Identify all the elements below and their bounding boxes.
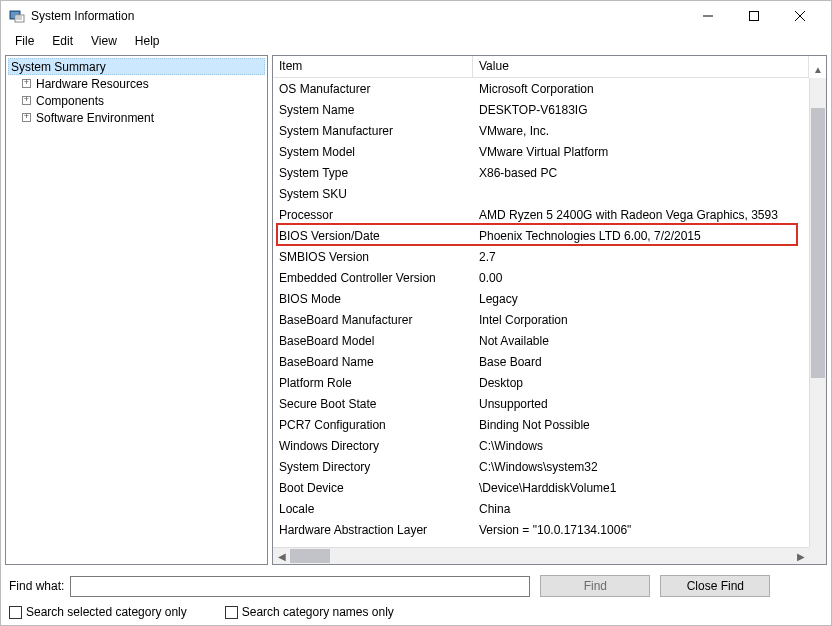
- list-row[interactable]: Windows DirectoryC:\Windows: [273, 435, 809, 456]
- cell-item: BaseBoard Manufacturer: [273, 311, 473, 329]
- column-header-item[interactable]: Item: [273, 56, 473, 77]
- list-row[interactable]: System NameDESKTOP-V6183IG: [273, 99, 809, 120]
- horizontal-scrollbar-thumb[interactable]: [290, 549, 330, 563]
- cell-value: Intel Corporation: [473, 311, 809, 329]
- find-input[interactable]: [70, 576, 530, 597]
- cell-value: 2.7: [473, 248, 809, 266]
- scroll-left-arrow[interactable]: ◀: [273, 548, 290, 565]
- cell-value: VMware Virtual Platform: [473, 143, 809, 161]
- tree-item-software-environment[interactable]: Software Environment: [8, 109, 265, 126]
- horizontal-scrollbar[interactable]: ◀ ▶: [273, 547, 809, 564]
- column-header-value[interactable]: Value: [473, 56, 809, 77]
- cell-value: Version = "10.0.17134.1006": [473, 521, 809, 539]
- list-body: OS ManufacturerMicrosoft CorporationSyst…: [273, 78, 826, 540]
- list-row[interactable]: Embedded Controller Version0.00: [273, 267, 809, 288]
- svg-rect-6: [750, 12, 759, 21]
- list-row[interactable]: System SKU: [273, 183, 809, 204]
- list-row[interactable]: Boot Device\Device\HarddiskVolume1: [273, 477, 809, 498]
- maximize-button[interactable]: [731, 1, 777, 31]
- scroll-up-arrow[interactable]: ▲: [810, 61, 826, 78]
- list-row[interactable]: BaseBoard ManufacturerIntel Corporation: [273, 309, 809, 330]
- cell-item: BIOS Version/Date: [273, 227, 473, 245]
- checkbox-icon: [9, 606, 22, 619]
- window-title: System Information: [31, 9, 685, 23]
- list-row[interactable]: BaseBoard NameBase Board: [273, 351, 809, 372]
- cell-item: BaseBoard Model: [273, 332, 473, 350]
- cell-value: Phoenix Technologies LTD 6.00, 7/2/2015: [473, 227, 809, 245]
- hscroll-track[interactable]: [290, 548, 792, 564]
- tree-item-system-summary[interactable]: System Summary: [8, 58, 265, 75]
- cell-item: Hardware Abstraction Layer: [273, 521, 473, 539]
- cell-item: System SKU: [273, 185, 473, 203]
- content-area: System Summary Hardware Resources Compon…: [1, 51, 831, 569]
- cell-value: Binding Not Possible: [473, 416, 809, 434]
- cell-value: AMD Ryzen 5 2400G with Radeon Vega Graph…: [473, 206, 809, 224]
- menu-file[interactable]: File: [7, 32, 42, 50]
- list-row[interactable]: Platform RoleDesktop: [273, 372, 809, 393]
- close-find-button[interactable]: Close Find: [660, 575, 770, 597]
- cell-item: OS Manufacturer: [273, 80, 473, 98]
- cell-value: Base Board: [473, 353, 809, 371]
- cell-item: BIOS Mode: [273, 290, 473, 308]
- list-row[interactable]: BIOS Version/DatePhoenix Technologies LT…: [273, 225, 809, 246]
- category-tree[interactable]: System Summary Hardware Resources Compon…: [5, 55, 268, 565]
- expand-icon[interactable]: [22, 113, 31, 122]
- tree-item-label: Hardware Resources: [36, 77, 149, 91]
- cell-item: Platform Role: [273, 374, 473, 392]
- menu-edit[interactable]: Edit: [44, 32, 81, 50]
- details-list[interactable]: Item Value OS ManufacturerMicrosoft Corp…: [273, 56, 826, 564]
- cell-value: 0.00: [473, 269, 809, 287]
- find-button[interactable]: Find: [540, 575, 650, 597]
- cell-item: Windows Directory: [273, 437, 473, 455]
- list-row[interactable]: ProcessorAMD Ryzen 5 2400G with Radeon V…: [273, 204, 809, 225]
- list-row[interactable]: Secure Boot StateUnsupported: [273, 393, 809, 414]
- list-row[interactable]: BIOS ModeLegacy: [273, 288, 809, 309]
- checkbox-label: Search selected category only: [26, 605, 187, 619]
- details-panel: Item Value OS ManufacturerMicrosoft Corp…: [272, 55, 827, 565]
- cell-item: PCR7 Configuration: [273, 416, 473, 434]
- checkbox-category-names[interactable]: Search category names only: [225, 605, 394, 619]
- tree-item-components[interactable]: Components: [8, 92, 265, 109]
- list-row[interactable]: Hardware Abstraction LayerVersion = "10.…: [273, 519, 809, 540]
- menu-help[interactable]: Help: [127, 32, 168, 50]
- menubar: File Edit View Help: [1, 31, 831, 51]
- list-row[interactable]: SMBIOS Version2.7: [273, 246, 809, 267]
- vertical-scrollbar[interactable]: ▲ ▼: [809, 78, 826, 547]
- list-row[interactable]: OS ManufacturerMicrosoft Corporation: [273, 78, 809, 99]
- cell-value: Not Available: [473, 332, 809, 350]
- cell-item: System Manufacturer: [273, 122, 473, 140]
- close-button[interactable]: [777, 1, 823, 31]
- window-controls: [685, 1, 823, 31]
- scroll-right-arrow[interactable]: ▶: [792, 548, 809, 565]
- expand-icon[interactable]: [22, 96, 31, 105]
- tree-item-hardware-resources[interactable]: Hardware Resources: [8, 75, 265, 92]
- cell-item: System Type: [273, 164, 473, 182]
- list-row[interactable]: LocaleChina: [273, 498, 809, 519]
- cell-value: C:\Windows: [473, 437, 809, 455]
- list-row[interactable]: System ManufacturerVMware, Inc.: [273, 120, 809, 141]
- expand-icon[interactable]: [22, 79, 31, 88]
- list-row[interactable]: PCR7 ConfigurationBinding Not Possible: [273, 414, 809, 435]
- list-row[interactable]: BaseBoard ModelNot Available: [273, 330, 809, 351]
- find-bar: Find what: Find Close Find Search select…: [1, 569, 831, 625]
- vertical-scrollbar-thumb[interactable]: [811, 108, 825, 378]
- cell-value: Legacy: [473, 290, 809, 308]
- titlebar: System Information: [1, 1, 831, 31]
- cell-item: Locale: [273, 500, 473, 518]
- list-row[interactable]: System ModelVMware Virtual Platform: [273, 141, 809, 162]
- list-row[interactable]: System TypeX86-based PC: [273, 162, 809, 183]
- cell-item: System Model: [273, 143, 473, 161]
- cell-value: [473, 192, 809, 196]
- menu-view[interactable]: View: [83, 32, 125, 50]
- cell-value: C:\Windows\system32: [473, 458, 809, 476]
- tree-item-label: Components: [36, 94, 104, 108]
- checkbox-label: Search category names only: [242, 605, 394, 619]
- list-row[interactable]: System DirectoryC:\Windows\system32: [273, 456, 809, 477]
- minimize-button[interactable]: [685, 1, 731, 31]
- svg-rect-2: [15, 15, 24, 22]
- cell-item: Boot Device: [273, 479, 473, 497]
- tree-item-label: System Summary: [11, 60, 106, 74]
- cell-item: System Name: [273, 101, 473, 119]
- cell-value: DESKTOP-V6183IG: [473, 101, 809, 119]
- checkbox-selected-category[interactable]: Search selected category only: [9, 605, 187, 619]
